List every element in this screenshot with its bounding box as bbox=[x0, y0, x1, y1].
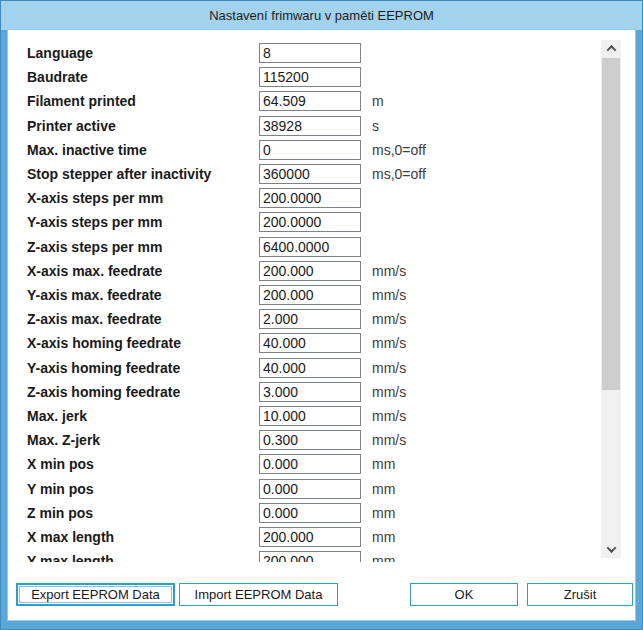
field-row: Printer actives bbox=[8, 116, 598, 136]
field-row: Y-axis homing feedratemm/s bbox=[8, 358, 598, 378]
field-row: Language bbox=[8, 43, 598, 63]
field-input[interactable] bbox=[259, 479, 361, 499]
field-row: Z-axis max. feedratemm/s bbox=[8, 309, 598, 329]
field-row: Z min posmm bbox=[8, 503, 598, 523]
field-row: Max. inactive timems,0=off bbox=[8, 140, 598, 160]
field-label: Y-axis max. feedrate bbox=[27, 287, 162, 303]
field-label: Y-axis steps per mm bbox=[27, 214, 162, 230]
field-label: X-axis max. feedrate bbox=[27, 263, 162, 279]
field-input[interactable] bbox=[259, 382, 361, 402]
field-input[interactable] bbox=[259, 140, 361, 160]
field-row: X min posmm bbox=[8, 454, 598, 474]
field-row: Y-axis max. feedratemm/s bbox=[8, 285, 598, 305]
field-row: Y-axis steps per mm bbox=[8, 212, 598, 232]
field-unit: mm/s bbox=[372, 360, 406, 376]
field-label: Z min pos bbox=[27, 505, 93, 521]
vertical-scrollbar[interactable] bbox=[601, 40, 621, 558]
field-row: Z-axis homing feedratemm/s bbox=[8, 382, 598, 402]
field-row: X-axis steps per mm bbox=[8, 188, 598, 208]
field-input[interactable] bbox=[259, 212, 361, 232]
dialog-title: Nastavení frimwaru v paměti EEPROM bbox=[209, 8, 434, 23]
field-label: Baudrate bbox=[27, 69, 88, 85]
field-input[interactable] bbox=[259, 551, 361, 562]
field-label: Language bbox=[27, 45, 93, 61]
field-unit: ms,0=off bbox=[372, 142, 426, 158]
field-input[interactable] bbox=[259, 503, 361, 523]
field-label: Y max length bbox=[27, 553, 114, 562]
field-label: X-axis homing feedrate bbox=[27, 335, 181, 351]
import-eeprom-button[interactable]: Import EEPROM Data bbox=[179, 583, 338, 606]
field-input[interactable] bbox=[259, 237, 361, 257]
field-row: Max. jerkmm/s bbox=[8, 406, 598, 426]
field-unit: mm bbox=[372, 553, 395, 562]
dialog-content: LanguageBaudrateFilament printedmPrinter… bbox=[8, 30, 635, 620]
field-input[interactable] bbox=[259, 91, 361, 111]
field-row: X-axis homing feedratemm/s bbox=[8, 333, 598, 353]
field-input[interactable] bbox=[259, 454, 361, 474]
field-input[interactable] bbox=[259, 261, 361, 281]
field-input[interactable] bbox=[259, 527, 361, 547]
ok-button[interactable]: OK bbox=[410, 583, 518, 606]
scrollbar-thumb[interactable] bbox=[602, 58, 620, 390]
field-row: X max lengthmm bbox=[8, 527, 598, 547]
field-label: Stop stepper after inactivity bbox=[27, 166, 211, 182]
field-unit: mm bbox=[372, 529, 395, 545]
field-input[interactable] bbox=[259, 116, 361, 136]
field-unit: mm bbox=[372, 505, 395, 521]
field-unit: mm bbox=[372, 481, 395, 497]
field-label: X-axis steps per mm bbox=[27, 190, 163, 206]
field-label: Y-axis homing feedrate bbox=[27, 360, 180, 376]
field-input[interactable] bbox=[259, 406, 361, 426]
field-unit: mm/s bbox=[372, 384, 406, 400]
cancel-button[interactable]: Zrušit bbox=[527, 583, 633, 606]
field-row: Stop stepper after inactivityms,0=off bbox=[8, 164, 598, 184]
field-label: X max length bbox=[27, 529, 114, 545]
field-input[interactable] bbox=[259, 67, 361, 87]
titlebar[interactable]: Nastavení frimwaru v paměti EEPROM bbox=[1, 1, 642, 30]
field-label: Max. jerk bbox=[27, 408, 87, 424]
field-unit: ms,0=off bbox=[372, 166, 426, 182]
eeprom-settings-dialog: Nastavení frimwaru v paměti EEPROM Langu… bbox=[0, 0, 643, 630]
scrollbar-up-button[interactable] bbox=[601, 40, 621, 57]
field-input[interactable] bbox=[259, 309, 361, 329]
field-label: Z-axis steps per mm bbox=[27, 239, 162, 255]
field-input[interactable] bbox=[259, 43, 361, 63]
field-unit: mm/s bbox=[372, 335, 406, 351]
field-input[interactable] bbox=[259, 285, 361, 305]
chevron-up-icon bbox=[606, 45, 616, 55]
field-label: Z-axis homing feedrate bbox=[27, 384, 180, 400]
chevron-down-icon bbox=[606, 543, 616, 553]
field-input[interactable] bbox=[259, 164, 361, 184]
field-label: X min pos bbox=[27, 456, 94, 472]
field-unit: mm/s bbox=[372, 287, 406, 303]
field-row: Y min posmm bbox=[8, 479, 598, 499]
field-label: Z-axis max. feedrate bbox=[27, 311, 162, 327]
field-label: Max. inactive time bbox=[27, 142, 147, 158]
field-input[interactable] bbox=[259, 333, 361, 353]
field-input[interactable] bbox=[259, 430, 361, 450]
field-unit: mm/s bbox=[372, 432, 406, 448]
field-unit: m bbox=[372, 93, 384, 109]
field-unit: mm bbox=[372, 456, 395, 472]
field-input[interactable] bbox=[259, 358, 361, 378]
field-row: Y max lengthmm bbox=[8, 551, 598, 562]
fields-panel: LanguageBaudrateFilament printedmPrinter… bbox=[8, 30, 598, 562]
scrollbar-down-button[interactable] bbox=[601, 541, 621, 558]
field-row: Z-axis steps per mm bbox=[8, 237, 598, 257]
field-label: Y min pos bbox=[27, 481, 94, 497]
field-label: Max. Z-jerk bbox=[27, 432, 100, 448]
field-unit: s bbox=[372, 118, 379, 134]
field-row: Baudrate bbox=[8, 67, 598, 87]
field-row: X-axis max. feedratemm/s bbox=[8, 261, 598, 281]
field-unit: mm/s bbox=[372, 408, 406, 424]
field-row: Max. Z-jerkmm/s bbox=[8, 430, 598, 450]
export-eeprom-button[interactable]: Export EEPROM Data bbox=[16, 583, 175, 606]
field-label: Printer active bbox=[27, 118, 116, 134]
field-label: Filament printed bbox=[27, 93, 136, 109]
field-row: Filament printedm bbox=[8, 91, 598, 111]
field-input[interactable] bbox=[259, 188, 361, 208]
field-unit: mm/s bbox=[372, 311, 406, 327]
field-unit: mm/s bbox=[372, 263, 406, 279]
